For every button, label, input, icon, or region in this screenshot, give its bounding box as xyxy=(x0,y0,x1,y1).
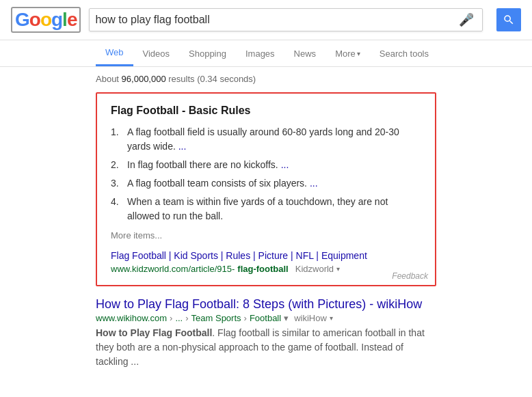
logo-l: l xyxy=(62,9,67,30)
url-part-dots: ... xyxy=(175,313,183,323)
list-item: 1. A flag football field is usually arou… xyxy=(111,125,421,154)
ellipsis: ... xyxy=(310,178,318,189)
more-items-link[interactable]: More items... xyxy=(111,230,421,241)
tab-more-label: More xyxy=(335,49,356,59)
normal-result-snippet: How to Play Flag Football. Flag football… xyxy=(96,326,436,369)
featured-snippet-list: 1. A flag football field is usually arou… xyxy=(111,125,421,223)
url-part-domain: www.wikihow.com xyxy=(96,313,167,323)
ellipsis: ... xyxy=(281,159,289,170)
list-item: 4. When a team is within five yards of a… xyxy=(111,195,421,223)
kidzworld-chevron-icon[interactable]: ▾ xyxy=(336,265,340,273)
mic-icon[interactable]: 🎤 xyxy=(459,12,474,27)
normal-result-url-row: www.wikihow.com › ... › Team Sports › Fo… xyxy=(96,313,436,323)
url-sep-1: › xyxy=(170,313,172,323)
list-item: 2. In flag football there are no kickoff… xyxy=(111,158,421,172)
tab-web[interactable]: Web xyxy=(96,40,133,66)
search-input[interactable]: how to play flag football xyxy=(95,14,459,26)
results-count-number: 96,000,000 xyxy=(122,74,166,84)
feedback-label[interactable]: Feedback xyxy=(392,271,428,281)
featured-snippet-title: Flag Football - Basic Rules xyxy=(111,105,421,117)
chevron-down-icon: ▾ xyxy=(357,50,360,57)
kidzworld-label: Kidzworld xyxy=(295,264,334,274)
featured-url-bold: flag-football xyxy=(237,264,288,274)
snippet-bold: How to Play Flag Football xyxy=(96,327,212,338)
url-part-football: Football xyxy=(250,313,281,323)
tab-images[interactable]: Images xyxy=(236,42,284,66)
normal-result: How to Play Flag Football: 8 Steps (with… xyxy=(96,297,436,369)
url-sep-2: › xyxy=(185,313,188,323)
google-logo: Google xyxy=(11,7,81,33)
list-item: 3. A flag football team consists of six … xyxy=(111,176,421,191)
url-sep-4: ▾ xyxy=(284,313,289,323)
logo-g1: G xyxy=(15,9,29,30)
logo-o2: o xyxy=(40,9,51,30)
ellipsis: ... xyxy=(178,141,187,152)
url-part-team-sports: Team Sports xyxy=(191,313,241,323)
featured-url-prefix: www.kidzworld.com/article/915- xyxy=(111,264,235,274)
search-icon xyxy=(503,14,515,26)
results-area: About 96,000,000 results (0.34 seconds) … xyxy=(0,67,532,376)
tab-videos[interactable]: Videos xyxy=(133,42,180,66)
search-bar: how to play flag football 🎤 xyxy=(89,8,483,31)
tab-shopping[interactable]: Shopping xyxy=(179,42,236,66)
results-count-prefix: About xyxy=(96,74,122,84)
tab-search-tools[interactable]: Search tools xyxy=(370,42,438,66)
featured-snippet-box: Flag Football - Basic Rules 1. A flag fo… xyxy=(96,92,436,286)
search-button[interactable] xyxy=(496,8,521,31)
wikihow-chevron-icon[interactable]: ▾ xyxy=(330,314,333,322)
nav-tabs: Web Videos Shopping Images News More ▾ S… xyxy=(0,40,532,67)
tab-more[interactable]: More ▾ xyxy=(325,42,370,66)
featured-snippet-url: www.kidzworld.com/article/915-flag-footb… xyxy=(111,264,421,274)
logo-e: e xyxy=(67,9,77,30)
header: Google how to play flag football 🎤 xyxy=(0,0,532,40)
featured-snippet-link[interactable]: Flag Football | Kid Sports | Rules | Pic… xyxy=(111,250,367,261)
url-sep-3: › xyxy=(244,313,247,323)
normal-result-title[interactable]: How to Play Flag Football: 8 Steps (with… xyxy=(96,297,422,311)
logo-o1: o xyxy=(29,9,40,30)
wikihow-label: wikiHow xyxy=(294,313,327,323)
results-count-suffix: results (0.34 seconds) xyxy=(166,74,256,84)
results-count: About 96,000,000 results (0.34 seconds) xyxy=(96,74,436,84)
tab-news[interactable]: News xyxy=(284,42,326,66)
logo-g2: g xyxy=(51,9,62,30)
